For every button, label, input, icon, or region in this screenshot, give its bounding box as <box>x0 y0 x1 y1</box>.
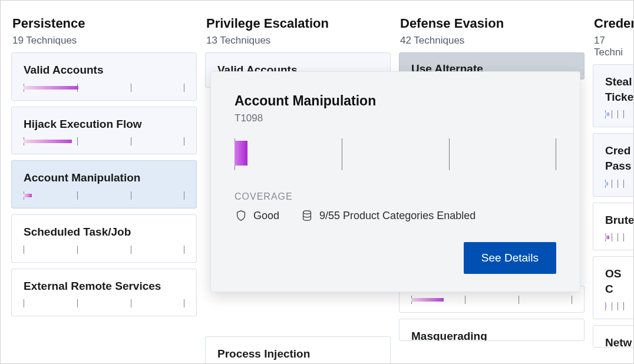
column-title: Creden <box>594 16 634 31</box>
tick-icon <box>77 246 78 254</box>
technique-card[interactable]: Account Manipulation <box>11 160 197 209</box>
tick-icon <box>519 296 519 304</box>
column-header: Persistence19 Techniques <box>11 11 197 52</box>
technique-card[interactable]: Process Injection <box>205 336 391 364</box>
technique-title: Account Manipulation <box>24 170 184 186</box>
column-title: Privilege Escalation <box>206 16 389 31</box>
coverage-categories: 9/55 Product Categories Enabled <box>301 209 475 222</box>
technique-card[interactable]: Cred Pass <box>593 133 634 196</box>
technique-card[interactable]: External Remote Services <box>11 269 197 317</box>
bar-fill <box>605 112 609 116</box>
column-title: Persistence <box>12 16 196 31</box>
card-list: Steal TickeCred PassBruteOS CNetw <box>593 64 634 348</box>
popover-actions: See Details <box>235 242 556 274</box>
tick-icon <box>24 246 24 254</box>
bar-fill <box>24 194 32 197</box>
see-details-button[interactable]: See Details <box>464 242 556 274</box>
tick-icon <box>623 180 624 188</box>
technique-card[interactable]: Brute <box>593 203 634 251</box>
tick-icon <box>465 296 465 304</box>
technique-card[interactable]: Hijack Execution Flow <box>11 107 197 155</box>
technique-title: OS C <box>605 266 624 296</box>
coverage-bar <box>605 302 624 310</box>
technique-title: Masquerading <box>411 329 572 341</box>
coverage-bar <box>24 191 184 200</box>
technique-card[interactable]: Masquerading <box>399 319 585 341</box>
tick-icon <box>131 191 131 200</box>
tick-icon <box>618 110 618 118</box>
tick-icon <box>131 299 131 307</box>
technique-card[interactable]: Steal Ticke <box>593 64 634 127</box>
tick-icon <box>618 302 618 310</box>
tick-icon <box>449 138 450 170</box>
coverage-bar <box>24 246 184 254</box>
tick-icon <box>572 296 572 304</box>
tactic-column: Creden17 TechniSteal TickeCred PassBrute… <box>593 11 634 363</box>
tick-icon <box>612 233 612 241</box>
tick-icon <box>131 84 131 92</box>
tick-icon <box>184 246 184 254</box>
column-header: Privilege Escalation13 Techniques <box>205 11 391 52</box>
coverage-bar <box>24 137 184 145</box>
tick-icon <box>618 180 618 188</box>
database-icon <box>301 209 313 222</box>
column-header: Creden17 Techni <box>593 11 634 64</box>
technique-card[interactable]: OS C <box>593 256 634 319</box>
technique-title: Scheduled Task/Job <box>24 224 184 240</box>
technique-card[interactable]: Netw <box>593 325 634 348</box>
column-title: Defense Evasion <box>400 16 583 31</box>
popover-bar-fill <box>235 141 247 166</box>
bar-fill <box>411 298 444 302</box>
tick-icon <box>612 180 612 188</box>
coverage-bar <box>605 180 624 188</box>
column-count: 42 Techniques <box>400 35 583 47</box>
coverage-bar <box>411 296 572 304</box>
tick-icon <box>184 137 184 145</box>
tick-icon <box>77 137 78 145</box>
coverage-label: COVERAGE <box>235 191 556 202</box>
popover-technique-id: T1098 <box>235 112 556 124</box>
technique-title: External Remote Services <box>24 279 184 294</box>
tick-icon <box>623 233 624 241</box>
tick-icon <box>184 84 184 92</box>
technique-title: Valid Accounts <box>24 62 184 78</box>
tick-icon <box>623 302 624 310</box>
card-list: Valid AccountsHijack Execution FlowAccou… <box>11 52 197 316</box>
technique-title: Brute <box>605 213 624 228</box>
coverage-status-text: Good <box>253 210 279 222</box>
tick-icon <box>77 191 78 200</box>
tick-icon <box>342 138 342 170</box>
tick-icon <box>24 299 24 307</box>
tick-icon <box>184 299 184 307</box>
bar-fill <box>605 182 608 186</box>
technique-title: Hijack Execution Flow <box>24 117 184 132</box>
svg-point-0 <box>303 211 311 214</box>
tick-icon <box>131 137 131 145</box>
technique-title: Process Injection <box>217 346 378 362</box>
column-count: 13 Techniques <box>206 35 389 47</box>
tick-icon <box>131 246 131 254</box>
popover-coverage-bar <box>235 138 556 170</box>
tick-icon <box>612 110 612 118</box>
column-header: Defense Evasion42 Techniques <box>399 11 585 52</box>
coverage-bar <box>605 110 624 118</box>
technique-card[interactable]: Scheduled Task/Job <box>11 214 197 263</box>
coverage-bar <box>24 299 184 307</box>
technique-popover: Account Manipulation T1098 COVERAGE Good… <box>210 71 580 292</box>
popover-title: Account Manipulation <box>235 93 556 109</box>
coverage-status: Good <box>235 209 279 222</box>
bar-fill <box>24 86 78 90</box>
tick-icon <box>623 110 624 118</box>
tick-icon <box>618 233 618 241</box>
bar-fill <box>605 305 606 308</box>
coverage-row: Good 9/55 Product Categories Enabled <box>235 209 556 222</box>
coverage-bar <box>605 233 624 241</box>
bar-fill <box>24 140 72 143</box>
column-count: 19 Techniques <box>12 35 196 47</box>
tick-icon <box>612 302 612 310</box>
tick-icon <box>184 191 184 200</box>
technique-card[interactable]: Valid Accounts <box>11 52 197 101</box>
coverage-categories-text: 9/55 Product Categories Enabled <box>319 210 475 222</box>
bar-fill <box>605 236 609 239</box>
technique-title: Netw <box>605 335 624 348</box>
